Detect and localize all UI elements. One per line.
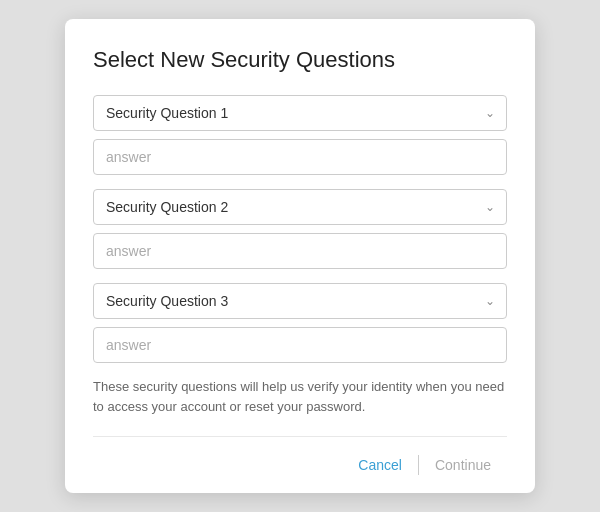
help-text: These security questions will help us ve… xyxy=(93,377,507,416)
question-group-2: Security Question 2 ⌄ xyxy=(93,189,507,269)
answer-input-2[interactable] xyxy=(93,233,507,269)
dialog-title: Select New Security Questions xyxy=(93,47,507,73)
question-2-select[interactable]: Security Question 2 xyxy=(93,189,507,225)
security-questions-dialog: Select New Security Questions Security Q… xyxy=(65,19,535,493)
question-3-select-wrapper: Security Question 3 ⌄ xyxy=(93,283,507,319)
question-2-select-wrapper: Security Question 2 ⌄ xyxy=(93,189,507,225)
question-group-3: Security Question 3 ⌄ xyxy=(93,283,507,363)
question-group-1: Security Question 1 ⌄ xyxy=(93,95,507,175)
continue-button[interactable]: Continue xyxy=(419,451,507,479)
question-3-select[interactable]: Security Question 3 xyxy=(93,283,507,319)
question-1-select[interactable]: Security Question 1 xyxy=(93,95,507,131)
answer-input-1[interactable] xyxy=(93,139,507,175)
answer-input-3[interactable] xyxy=(93,327,507,363)
dialog-footer: Cancel Continue xyxy=(93,436,507,493)
cancel-button[interactable]: Cancel xyxy=(342,451,418,479)
question-1-select-wrapper: Security Question 1 ⌄ xyxy=(93,95,507,131)
